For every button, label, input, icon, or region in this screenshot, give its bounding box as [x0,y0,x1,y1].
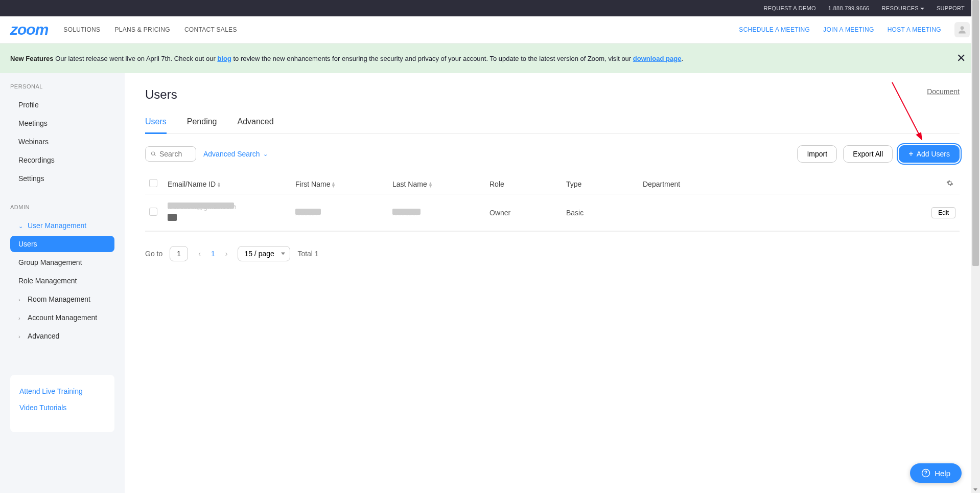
import-button[interactable]: Import [797,145,837,163]
scroll-down-icon[interactable] [973,488,977,491]
add-users-button[interactable]: + Add Users [899,145,960,163]
total-count: Total 1 [297,250,318,258]
chevron-right-icon: › [18,297,25,303]
sort-icon: ▴▾ [332,182,335,188]
sidebar-section-admin: ADMIN [10,204,125,210]
prev-page-button[interactable]: ‹ [195,250,204,258]
sidebar-item-room-management[interactable]: ›Room Management [10,291,125,307]
edit-button[interactable]: Edit [931,207,955,218]
header-right: SCHEDULE A MEETING JOIN A MEETING HOST A… [739,22,970,37]
document-link[interactable]: Document [927,87,960,96]
sidebar-item-users[interactable]: Users [10,236,114,252]
primary-nav: SOLUTIONS PLANS & PRICING CONTACT SALES [63,26,237,33]
main-content: Users Document Users Pending Advanced Ad… [125,73,980,493]
request-demo-link[interactable]: REQUEST A DEMO [763,5,815,11]
chevron-down-icon: ⌄ [18,223,25,230]
export-all-button[interactable]: Export All [843,145,893,163]
cell-last-name: xxxxxxx [388,194,485,231]
host-meeting-dropdown[interactable]: HOST A MEETING [888,26,941,33]
col-type: Type [562,174,639,194]
sidebar-item-webinars[interactable]: Webinars [10,133,125,150]
top-utility-bar: REQUEST A DEMO 1.888.799.9666 RESOURCES … [0,0,980,16]
tab-advanced[interactable]: Advanced [238,114,274,133]
sidebar-item-advanced[interactable]: ›Advanced [10,328,125,344]
cell-email: xxxxxxxx@gmail.com [164,194,291,231]
support-link[interactable]: SUPPORT [937,5,965,11]
sidebar: PERSONAL Profile Meetings Webinars Recor… [0,73,125,493]
plus-icon: + [908,150,913,158]
tab-users[interactable]: Users [145,114,167,134]
sidebar-item-settings[interactable]: Settings [10,170,125,187]
cell-first-name: xxxxxx [291,194,388,231]
banner-download-link[interactable]: download page [633,55,682,62]
banner-text: New Features Our latest release went liv… [10,55,952,62]
nav-plans[interactable]: PLANS & PRICING [114,26,170,33]
phone-number[interactable]: 1.888.799.9666 [828,5,870,11]
col-last-name[interactable]: Last Name▴▾ [388,174,485,194]
advanced-search-link[interactable]: Advanced Search ⌄ [203,150,268,158]
sidebar-item-account-management[interactable]: ›Account Management [10,309,125,326]
row-checkbox[interactable] [149,208,157,216]
users-table: Email/Name ID▴▾ First Name▴▾ Last Name▴▾… [145,174,960,232]
chevron-right-icon: › [18,315,25,321]
help-card: Attend Live Training Video Tutorials [10,375,114,432]
sidebar-item-meetings[interactable]: Meetings [10,115,125,131]
page-header: Users Document [145,87,960,102]
col-role: Role [485,174,562,194]
avatar[interactable] [954,22,970,37]
svg-point-3 [926,475,926,475]
user-icon [957,25,967,35]
sidebar-item-profile[interactable]: Profile [10,97,125,113]
join-meeting-link[interactable]: JOIN A MEETING [823,26,874,33]
col-email[interactable]: Email/Name ID▴▾ [164,174,291,194]
search-box[interactable] [145,146,196,162]
chevron-right-icon: › [18,333,25,340]
goto-page-input[interactable] [170,246,188,261]
cell-role: Owner [485,194,562,231]
next-page-button[interactable]: › [222,250,231,258]
email-badge-icon [168,214,177,221]
page-size-select[interactable]: 15 / page [238,246,290,261]
scrollbar-thumb[interactable] [972,0,979,266]
video-tutorials-link[interactable]: Video Tutorials [19,404,105,412]
select-all-checkbox[interactable] [149,179,157,187]
search-input[interactable] [159,150,191,158]
nav-contact[interactable]: CONTACT SALES [184,26,237,33]
sidebar-section-personal: PERSONAL [10,83,125,89]
sort-icon: ▴▾ [429,182,432,188]
col-department: Department [639,174,927,194]
new-features-banner: New Features Our latest release went liv… [0,43,980,73]
content-wrap: PERSONAL Profile Meetings Webinars Recor… [0,73,980,493]
current-page[interactable]: 1 [211,250,215,258]
main-header: zoom SOLUTIONS PLANS & PRICING CONTACT S… [0,16,980,43]
goto-label: Go to [145,250,162,258]
page-title: Users [145,87,177,102]
cell-type: Basic [562,194,639,231]
sidebar-item-role-management[interactable]: Role Management [10,273,125,289]
cell-department [639,194,927,231]
caret-down-icon [920,8,924,10]
attend-training-link[interactable]: Attend Live Training [19,387,105,395]
schedule-meeting-link[interactable]: SCHEDULE A MEETING [739,26,810,33]
sort-icon: ▴▾ [218,182,220,188]
help-icon [921,468,930,478]
chevron-down-icon: ⌄ [263,151,268,158]
tab-pending[interactable]: Pending [187,114,217,133]
sidebar-item-user-management[interactable]: ⌄User Management [10,217,125,234]
close-icon[interactable]: ✕ [952,53,970,64]
scrollbar[interactable] [971,0,980,493]
sidebar-item-group-management[interactable]: Group Management [10,254,125,271]
pagination: Go to ‹ 1 › 15 / page Total 1 [145,246,960,261]
table-row: xxxxxxxx@gmail.com xxxxxx xxxxxxx Owner … [145,194,960,231]
tabs: Users Pending Advanced [145,114,960,134]
resources-dropdown[interactable]: RESOURCES [882,5,924,11]
svg-point-0 [961,26,964,30]
help-button[interactable]: Help [910,463,962,483]
zoom-logo[interactable]: zoom [10,21,48,38]
nav-solutions[interactable]: SOLUTIONS [63,26,100,33]
toolbar: Advanced Search ⌄ Import Export All + Ad… [145,145,960,163]
sidebar-item-recordings[interactable]: Recordings [10,152,125,168]
col-first-name[interactable]: First Name▴▾ [291,174,388,194]
banner-blog-link[interactable]: blog [217,55,231,62]
gear-icon[interactable] [946,180,953,187]
